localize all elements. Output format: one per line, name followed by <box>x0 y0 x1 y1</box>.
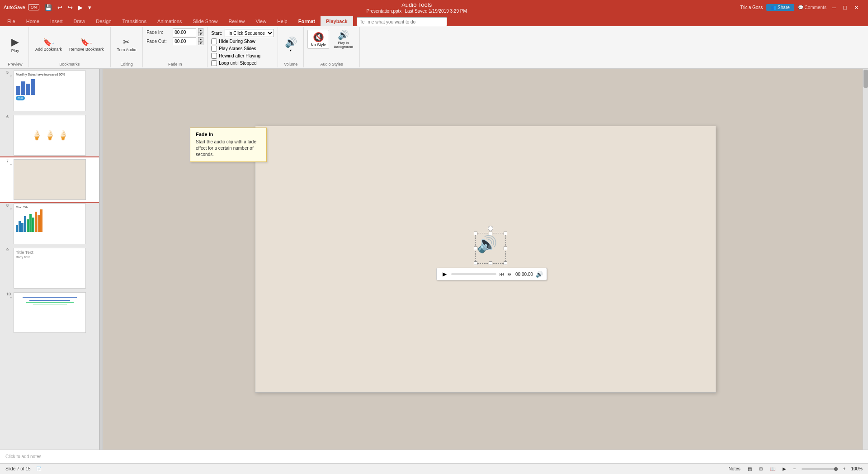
start-select[interactable]: In Click Sequence Automatically When Cli… <box>225 29 274 37</box>
tab-transitions[interactable]: Transitions <box>117 16 152 26</box>
rewind-after-playing-checkbox[interactable] <box>211 53 217 59</box>
quick-access-toolbar: 💾 ↩ ↪ ▶ ▾ <box>43 3 93 12</box>
handle-ml[interactable] <box>474 246 477 250</box>
icecream3: 🍦 <box>57 130 69 141</box>
user-name: Tricia Goss <box>740 5 763 10</box>
slide5-title: Monthly Sales have increased 60% <box>16 73 84 76</box>
slide-item-9[interactable]: 9 Title Text Body Text <box>0 246 99 290</box>
play-across-slides-checkbox[interactable] <box>211 46 217 52</box>
normal-view-icon[interactable]: ▤ <box>746 466 754 472</box>
tab-insert[interactable]: Insert <box>45 16 68 26</box>
handle-bl[interactable] <box>474 261 477 265</box>
tab-animations[interactable]: Animations <box>152 16 187 26</box>
audio-element[interactable]: 🔊 <box>477 235 504 262</box>
tab-playback[interactable]: Playback <box>321 16 353 26</box>
fade-in-down[interactable]: ▼ <box>198 32 203 36</box>
tooltip-title: Fade In <box>196 132 261 137</box>
fade-out-up[interactable]: ▲ <box>198 37 203 41</box>
notes-button[interactable]: Notes <box>727 466 742 472</box>
reading-view-icon[interactable]: 📖 <box>768 466 777 472</box>
close-button[interactable]: ✕ <box>852 4 861 11</box>
comments-button[interactable]: 💬 Comments <box>798 5 826 10</box>
scroll-thumb[interactable] <box>863 70 868 88</box>
slideshow-icon[interactable]: ▶ <box>781 466 788 472</box>
no-style-button[interactable]: 🔇 No Style <box>307 30 329 49</box>
present-icon[interactable]: ▶ <box>76 3 85 12</box>
last-saved: Last Saved 1/19/2019 3:29 PM <box>405 9 467 14</box>
handle-tl[interactable] <box>474 232 477 235</box>
rotate-handle[interactable] <box>488 226 493 231</box>
slide-num-9: 9 <box>6 248 12 252</box>
play-label: Play <box>11 48 19 53</box>
fade-out-input[interactable] <box>173 37 196 45</box>
tab-view[interactable]: View <box>250 16 272 26</box>
s8-bar10 <box>40 209 42 232</box>
chart-title: Chart Title <box>16 206 84 209</box>
search-input[interactable] <box>357 17 447 26</box>
ribbon-group-bookmarks: 🔖+ Add Bookmark 🔖− Remove Bookmark Bookm… <box>29 27 111 67</box>
panel-divider[interactable] <box>99 69 103 450</box>
more-icon[interactable]: ▾ <box>86 3 93 12</box>
undo-icon[interactable]: ↩ <box>56 3 64 12</box>
slide-thumb-9: Title Text Body Text <box>14 248 86 289</box>
audio-progress-bar[interactable] <box>451 273 496 275</box>
tab-help[interactable]: Help <box>272 16 293 26</box>
slide-item-6[interactable]: 6 🍦 🍦 🍦 <box>0 113 99 157</box>
titlebar: AutoSave ON 💾 ↩ ↪ ▶ ▾ Audio Tools Presen… <box>0 0 868 14</box>
handle-br[interactable] <box>504 261 507 265</box>
volume-button[interactable]: 🔊 ▾ <box>282 35 300 54</box>
tab-design[interactable]: Design <box>90 16 117 26</box>
play-in-background-button[interactable]: 🔊 Play inBackground <box>331 28 356 50</box>
tab-draw[interactable]: Draw <box>68 16 91 26</box>
fade-out-spinners: ▲ ▼ <box>198 37 203 45</box>
trim-audio-button[interactable]: ✂ Trim Audio <box>114 36 139 53</box>
app-section: AutoSave ON <box>4 4 39 10</box>
main-content: 5 * Monthly Sales have increased 60% 60% <box>0 69 868 450</box>
fade-out-down[interactable]: ▼ <box>198 41 203 45</box>
save-icon[interactable]: 💾 <box>43 3 54 12</box>
zoom-slider[interactable] <box>802 468 838 470</box>
fade-in-input[interactable] <box>173 28 196 36</box>
slide-sorter-icon[interactable]: ⊞ <box>757 466 764 472</box>
ribbon-group-audio-styles: 🔇 No Style 🔊 Play inBackground Audio Sty… <box>304 27 360 67</box>
audio-volume-button[interactable]: 🔊 <box>536 271 543 278</box>
slide-canvas[interactable]: 🔊 ▶ ⏮ ⏭ 00:00.00 🔊 <box>255 126 716 393</box>
ribbon-group-volume: 🔊 ▾ Volume <box>278 27 304 67</box>
right-scrollbar[interactable] <box>863 69 868 450</box>
maximize-button[interactable]: □ <box>841 4 849 11</box>
s8-bar7 <box>32 218 34 232</box>
audio-rewind-button[interactable]: ⏮ <box>499 271 505 277</box>
handle-tc[interactable] <box>489 232 492 235</box>
audio-play-button[interactable]: ▶ <box>440 270 448 278</box>
add-bookmark-button[interactable]: 🔖+ Add Bookmark <box>33 37 65 53</box>
slide-item-5[interactable]: 5 * Monthly Sales have increased 60% 60% <box>0 69 99 113</box>
zoom-thumb[interactable] <box>834 467 838 471</box>
notes-area[interactable]: Click to add notes <box>0 450 868 463</box>
zoom-in-icon[interactable]: + <box>841 466 848 472</box>
tab-home[interactable]: Home <box>21 16 45 26</box>
slide-item-8[interactable]: 8 * Chart Title <box>0 202 99 246</box>
play-button[interactable]: ▶ Play <box>6 35 24 54</box>
tab-file[interactable]: File <box>2 16 21 26</box>
tab-slideshow[interactable]: Slide Show <box>187 16 223 26</box>
slide-item-10[interactable]: 10 * <box>0 290 99 335</box>
play-across-slides-row: Play Across Slides <box>211 46 274 52</box>
slide-item-7[interactable]: 7 * <box>0 157 99 202</box>
play-bg-label: Play inBackground <box>334 41 353 49</box>
zoom-out-icon[interactable]: − <box>792 466 798 472</box>
editing-buttons: ✂ Trim Audio <box>114 28 139 61</box>
audio-icon-wrapper[interactable]: 🔊 <box>477 235 504 262</box>
tab-review[interactable]: Review <box>223 16 250 26</box>
handle-tr[interactable] <box>504 232 507 235</box>
hide-during-show-checkbox[interactable] <box>211 38 217 44</box>
loop-until-stopped-checkbox[interactable] <box>211 60 217 66</box>
share-button[interactable]: 👥 Share <box>766 4 794 11</box>
minimize-button[interactable]: ─ <box>830 4 838 11</box>
tab-format[interactable]: Format <box>293 16 321 26</box>
handle-mr[interactable] <box>504 246 507 250</box>
redo-icon[interactable]: ↪ <box>66 3 75 12</box>
fade-in-up[interactable]: ▲ <box>198 28 203 32</box>
audio-forward-button[interactable]: ⏭ <box>507 271 513 277</box>
handle-bc[interactable] <box>489 261 492 265</box>
remove-bookmark-button[interactable]: 🔖− Remove Bookmark <box>66 37 107 53</box>
